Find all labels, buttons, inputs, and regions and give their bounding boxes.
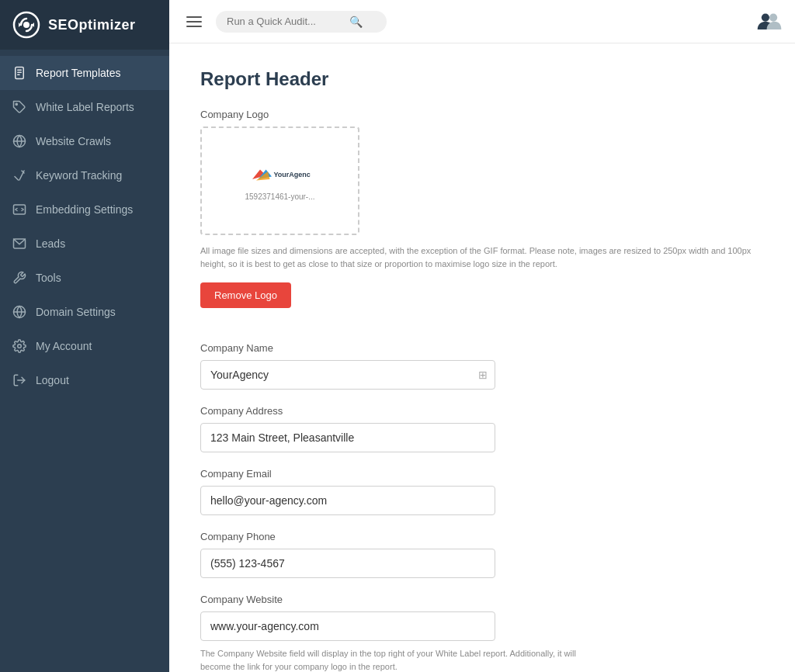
company-name-input[interactable]	[200, 360, 495, 390]
logo-upload-area[interactable]: YourAgency 1592371461-your-...	[200, 126, 359, 235]
topbar: 🔍	[169, 0, 795, 43]
agency-logo-svg: YourAgency	[248, 161, 311, 189]
company-name-label: Company Name	[200, 342, 764, 354]
search-icon: 🔍	[349, 16, 363, 28]
sidebar-item-white-label-reports[interactable]: White Label Reports	[0, 90, 169, 124]
sidebar-item-keyword-tracking[interactable]: Keyword Tracking	[0, 158, 169, 192]
tag-icon	[12, 100, 26, 114]
sidebar-item-label: Tools	[36, 272, 61, 284]
svg-point-19	[762, 13, 769, 21]
sidebar: SEOptimizer Report Templates White Label…	[0, 0, 169, 672]
sidebar-item-label: Leads	[36, 237, 65, 250]
company-logo-label: Company Logo	[200, 109, 764, 120]
logout-icon	[12, 373, 26, 387]
gear-icon	[12, 339, 26, 353]
mail-icon	[12, 237, 26, 251]
company-website-input[interactable]	[200, 611, 495, 641]
sidebar-nav: Report Templates White Label Reports Web…	[0, 50, 169, 672]
hamburger-button[interactable]	[182, 12, 207, 32]
sidebar-item-my-account[interactable]: My Account	[0, 329, 169, 363]
sidebar-item-logout[interactable]: Logout	[0, 363, 169, 397]
company-phone-input[interactable]	[200, 549, 495, 578]
company-phone-label: Company Phone	[200, 531, 764, 542]
company-website-label: Company Website	[200, 594, 764, 605]
logo-filename: 1592371461-your-...	[245, 192, 314, 201]
company-name-section: Company Name ⊞	[200, 342, 764, 390]
svg-point-1	[23, 22, 30, 28]
company-address-section: Company Address	[200, 405, 764, 452]
company-website-hint: The Company Website field will display i…	[200, 647, 604, 672]
pencil-icon	[12, 168, 26, 182]
hamburger-line	[186, 16, 202, 18]
wrench-icon	[12, 271, 26, 285]
topbar-right	[756, 7, 783, 36]
input-icon: ⊞	[478, 369, 488, 381]
form-section: Report Header Company Logo YourAgency	[200, 68, 764, 672]
logo-hint: All image file sizes and dimensions are …	[200, 244, 764, 270]
sidebar-item-label: My Account	[36, 340, 92, 352]
company-email-section: Company Email	[200, 468, 764, 515]
company-email-label: Company Email	[200, 468, 764, 480]
company-phone-section: Company Phone	[200, 531, 764, 578]
sidebar-item-label: Website Crawls	[36, 135, 111, 147]
svg-point-8	[16, 103, 17, 105]
company-logo-section: Company Logo YourAgency 1592371461-your-	[200, 109, 764, 327]
remove-logo-button[interactable]: Remove Logo	[200, 282, 291, 308]
globe-icon	[12, 134, 26, 148]
sidebar-logo: SEOptimizer	[0, 0, 169, 50]
sidebar-item-leads[interactable]: Leads	[0, 227, 169, 261]
embed-icon	[12, 203, 26, 216]
svg-point-20	[769, 13, 777, 21]
sidebar-item-label: Embedding Settings	[36, 203, 133, 216]
hamburger-line	[186, 26, 202, 27]
sidebar-item-report-templates[interactable]: Report Templates	[0, 56, 169, 90]
file-icon	[12, 66, 26, 80]
sidebar-item-label: White Label Reports	[36, 101, 134, 113]
logo-preview: YourAgency 1592371461-your-...	[245, 161, 314, 201]
sidebar-item-label: Report Templates	[36, 67, 120, 79]
hamburger-line	[186, 21, 202, 23]
sidebar-item-domain-settings[interactable]: Domain Settings	[0, 295, 169, 329]
company-website-section: Company Website The Company Website fiel…	[200, 594, 764, 672]
content-area: Report Header Company Logo YourAgency	[169, 43, 795, 672]
sidebar-item-website-crawls[interactable]: Website Crawls	[0, 124, 169, 158]
company-address-input[interactable]	[200, 423, 495, 452]
svg-text:YourAgency: YourAgency	[274, 170, 311, 178]
sidebar-item-label: Keyword Tracking	[36, 169, 122, 182]
page-title: Report Header	[200, 68, 764, 90]
sidebar-item-embedding-settings[interactable]: Embedding Settings	[0, 192, 169, 227]
sidebar-item-label: Domain Settings	[36, 306, 116, 318]
company-address-label: Company Address	[200, 405, 764, 417]
user-icon[interactable]	[756, 7, 783, 33]
company-name-field-wrapper: ⊞	[200, 360, 495, 390]
seoptimizer-logo-icon	[12, 11, 40, 39]
svg-point-17	[18, 345, 22, 348]
search-input[interactable]	[227, 16, 343, 27]
main-area: 🔍 Report Header Company Logo	[169, 0, 795, 672]
app-name: SEOptimizer	[48, 17, 136, 33]
globe2-icon	[12, 305, 26, 319]
search-bar: 🔍	[216, 11, 387, 33]
company-email-input[interactable]	[200, 486, 495, 515]
sidebar-item-label: Logout	[36, 374, 69, 386]
sidebar-item-tools[interactable]: Tools	[0, 261, 169, 295]
